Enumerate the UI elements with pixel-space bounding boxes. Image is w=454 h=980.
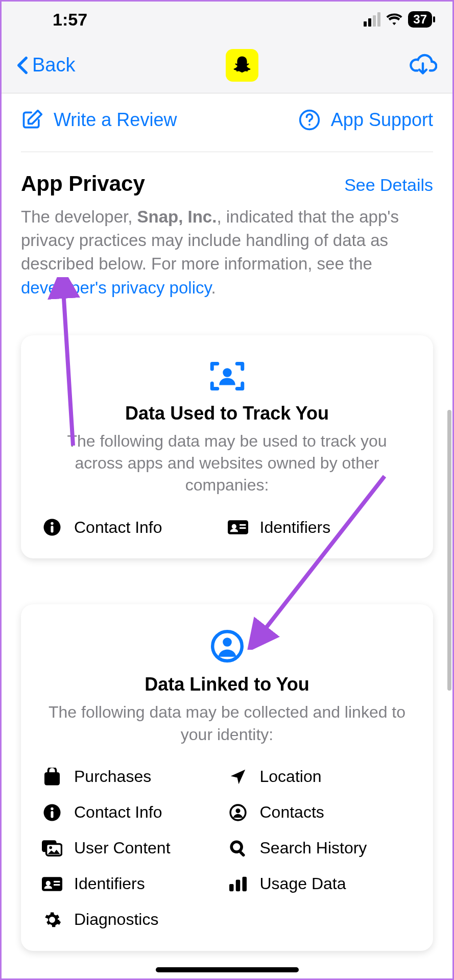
info-circle-icon (41, 517, 63, 538)
cloud-download-icon (409, 53, 437, 76)
photos-icon (41, 838, 63, 859)
back-button[interactable]: Back (17, 54, 75, 76)
chart-bars-icon (227, 873, 249, 895)
svg-rect-27 (229, 884, 234, 891)
content-area: Write a Review App Support App Privacy S… (2, 93, 452, 978)
svg-point-3 (51, 522, 53, 525)
data-item-location: Location (227, 766, 413, 788)
navigation-bar: Back (2, 37, 452, 93)
location-arrow-icon (227, 766, 249, 788)
privacy-policy-link[interactable]: developer's privacy policy (21, 278, 211, 297)
wifi-icon (386, 13, 403, 26)
home-indicator[interactable] (156, 967, 299, 972)
write-review-button[interactable]: Write a Review (21, 109, 177, 131)
status-indicators: 37 (364, 11, 432, 28)
data-item-contact-info-2: Contact Info (41, 802, 227, 823)
svg-point-24 (46, 881, 51, 886)
svg-point-10 (223, 638, 232, 647)
svg-rect-11 (44, 772, 60, 786)
app-icon-snapchat[interactable] (226, 49, 258, 82)
svg-point-21 (233, 843, 240, 850)
svg-rect-25 (54, 881, 60, 883)
svg-point-1 (223, 368, 232, 377)
chevron-left-icon (17, 56, 28, 75)
battery-indicator: 37 (408, 11, 432, 28)
card-track-desc: The following data may be used to track … (41, 430, 413, 497)
svg-point-19 (49, 846, 52, 849)
status-time: 1:57 (53, 10, 87, 30)
write-review-label: Write a Review (54, 109, 177, 131)
card-linked-desc: The following data may be collected and … (41, 701, 413, 745)
card-track-you: Data Used to Track You The following dat… (21, 335, 433, 559)
status-bar: 1:57 37 (2, 2, 452, 37)
search-icon (227, 838, 249, 859)
ghost-icon (231, 55, 253, 76)
compose-icon (21, 109, 43, 131)
svg-rect-7 (240, 524, 246, 526)
developer-name: Snap, Inc. (137, 207, 217, 226)
svg-point-6 (231, 524, 236, 529)
data-item-contact-info: Contact Info (41, 517, 227, 538)
app-support-label: App Support (331, 109, 433, 131)
back-label: Back (32, 54, 75, 76)
card-linked-to-you: Data Linked to You The following data ma… (21, 604, 433, 950)
app-support-button[interactable]: App Support (298, 109, 433, 131)
id-card-icon (227, 517, 249, 538)
data-item-purchases: Purchases (41, 766, 227, 788)
data-item-diagnostics: Diagnostics (41, 909, 227, 930)
data-item-usage-data: Usage Data (227, 873, 413, 895)
svg-rect-14 (51, 811, 53, 818)
privacy-description: The developer, Snap, Inc., indicated tha… (21, 205, 433, 300)
data-item-user-content: User Content (41, 838, 227, 859)
app-privacy-heading: App Privacy (21, 172, 145, 196)
svg-rect-28 (235, 879, 240, 891)
svg-rect-29 (242, 877, 247, 891)
data-item-search-history: Search History (227, 838, 413, 859)
bag-icon (41, 766, 63, 788)
card-linked-title: Data Linked to You (41, 674, 413, 695)
svg-rect-4 (51, 526, 53, 533)
track-icon (41, 361, 413, 391)
question-circle-icon (298, 109, 321, 131)
card-track-title: Data Used to Track You (41, 403, 413, 424)
action-row: Write a Review App Support (21, 109, 433, 152)
info-circle-icon (41, 802, 63, 823)
gear-icon (41, 909, 63, 930)
person-outline-icon (227, 802, 249, 823)
data-item-identifiers-2: Identifiers (41, 873, 227, 895)
person-circle-icon (41, 630, 413, 663)
data-item-contacts: Contacts (227, 802, 413, 823)
svg-point-13 (51, 807, 53, 810)
svg-rect-26 (54, 884, 60, 886)
see-details-link[interactable]: See Details (344, 175, 433, 195)
cloud-download-button[interactable] (409, 53, 437, 78)
cellular-signal-icon (364, 12, 380, 27)
svg-point-16 (235, 808, 240, 813)
id-card-icon (41, 873, 63, 895)
scrollbar[interactable] (447, 410, 451, 691)
data-item-identifiers: Identifiers (227, 517, 413, 538)
svg-rect-8 (240, 527, 246, 529)
